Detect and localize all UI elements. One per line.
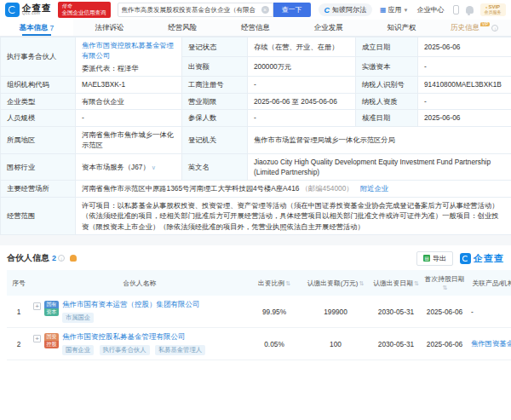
col-first-date[interactable]: 首次持股日期⇅ [421,270,468,296]
address-cell: 河南省焦作市示范区中原路1365号河南理工大学科技园4号楼A座A416 （邮编4… [76,181,511,197]
first-date-value: 2025-06-06 [421,296,468,328]
field-label: 纳税人识别号 [356,77,418,93]
exec-partner-cell: 焦作市国资控股私募基金管理有限公司 委派代表：程泽华 [76,37,182,77]
field-value: MAEL3BXK-1 [76,77,182,93]
partners-title: 合伙人信息 [7,252,49,264]
exec-partner-company-link[interactable]: 焦作市国资控股私募基金管理有限公司 [82,41,174,60]
field-value: 2025-06-06 至 2045-06-06 [248,93,356,109]
field-label: 企业类型 [1,93,76,109]
mobile-app-icon[interactable] [453,5,459,14]
ratio-value: 0.05% [249,328,300,360]
tab-risk[interactable]: 经营风险 [146,20,219,36]
enterprise-center-link[interactable]: 企业中心 [417,5,445,14]
top-bar: 企查查 Qcc.com 传奇 全国企业信用查询 焦作市高质发展股权投资基金合伙企… [0,0,511,20]
field-label: 实缴资本 [356,57,418,77]
company-tag: 市属国企 [62,313,94,323]
field-value: 2025-06-06 [418,37,511,57]
tab-history[interactable]: 历史信息 VIP i [438,20,511,36]
section-tabs: 基本信息 7 法律诉讼 经营风险 经营信息 企业发展 知识产权 历史信息 VIP… [0,20,511,37]
field-value: 存续（在营、开业、在册） [248,37,356,57]
clear-icon[interactable]: × [261,6,269,14]
tab-ip[interactable]: 知识产权 [365,20,439,36]
col-amount[interactable]: 认缴出资额(万元)⇅ [300,270,371,296]
field-label: 登记状态 [182,37,248,57]
amount-value: 100 [300,328,371,360]
qcc-watermark: 企查查 [460,252,504,265]
nearby-companies-link[interactable]: 附近企业 [360,184,388,193]
company-tag: 私募基金管理人 [155,345,205,355]
sort-icon[interactable]: ⇅ [285,280,290,286]
business-scope: 许可项目：以私募基金从事股权投资、投资管理、资产管理等活动（须在中国证券投资基金… [76,197,511,234]
partner-company-link[interactable]: 焦作市国有资本运营（控股）集团有限公司 [62,300,200,308]
first-date-value: 2025-06-06 [421,328,468,360]
state-holding-badge: 国资 控股 [44,333,59,348]
tab-basic-info[interactable]: 基本信息 7 [0,20,73,36]
export-button[interactable]: ▤ 导出 [416,251,453,266]
section-divider [0,235,511,245]
tab-operation[interactable]: 经营信息 [219,20,292,36]
field-value: 河南省焦作市焦作城乡一体化示范区 [76,126,182,153]
field-label: 人员规模 [1,110,76,126]
expand-plus-icon[interactable]: + [33,302,41,310]
credit-query-badge: 传奇 全国企业信用查询 [58,2,111,17]
field-label: 出资额 [182,57,248,77]
field-label: 执行事务合伙人 [1,37,76,77]
sort-icon[interactable]: ⇅ [414,280,419,286]
partners-count: 2 [52,254,56,262]
row-no: 2 [7,328,31,360]
partners-header: 合伙人信息 2 i ▤ 导出 企查查 [7,250,504,267]
partner-company-link[interactable]: 焦作市国资控股私募基金管理有限公司 [62,332,186,341]
field-label: 参保人数 [182,110,248,126]
zhibi-alpha-link[interactable]: C 知彼阿尔法 [319,3,373,16]
postal-code: （邮编454000） [301,184,353,193]
field-label: 主要经营场所 [1,181,76,197]
alpha-icon: C [324,6,330,14]
col-ratio[interactable]: 出资比例⇅ [249,270,300,296]
col-subscribe-date[interactable]: 认缴出资日期⇅ [371,270,421,296]
basic-info-table: 执行事务合伙人 焦作市国资控股私募基金管理有限公司 委派代表：程泽华 登记状态 … [0,37,511,235]
brand-domain: Qcc.com [22,12,52,16]
expand-plus-icon[interactable]: + [33,335,41,342]
info-icon: i [491,25,498,32]
info-icon: i [58,255,65,262]
chevron-down-icon: ∨ [152,164,156,170]
company-tag: 执行事务合伙人 [100,345,150,355]
related-fund-link[interactable]: 焦作国资基金 [471,339,511,348]
svip-member-button[interactable]: SVIP 会员服务 [480,3,506,15]
state-owned-capital-badge: 国有 资本 [44,301,59,316]
field-label: 国标行业 [1,153,76,181]
related-product: - [468,296,511,328]
field-value: 91410800MAEL3BXK1B [418,77,511,93]
field-value: Jiaozuo City High Quality Development Eq… [248,153,511,181]
industry-cell[interactable]: 资本市场服务（J67）∨ [76,153,182,181]
search-button[interactable]: 查一下 [273,3,311,17]
apps-menu[interactable]: ▦ 应用 ▼ [380,5,409,14]
field-value: - [248,77,356,93]
grid-icon: ▦ [380,6,387,14]
excel-icon: ▤ [423,255,430,262]
alert-bell-icon[interactable] [70,255,77,262]
qcc-logo[interactable]: 企查查 Qcc.com 传奇 全国企业信用查询 [5,2,111,17]
field-label: 英文名 [182,153,248,181]
partners-section: 合伙人信息 2 i ▤ 导出 企查查 序号 合伙人名称 出资比例⇅ 认缴出资额(… [0,245,511,360]
ratio-value: 99.95% [249,296,300,328]
field-label: 登记机关 [182,126,248,153]
table-header-row: 序号 合伙人名称 出资比例⇅ 认缴出资额(万元)⇅ 认缴出资日期⇅ 首次持股日期… [7,270,511,296]
field-label: 所属地区 [1,126,76,153]
col-no: 序号 [7,270,31,296]
tab-legal[interactable]: 法律诉讼 [73,20,146,36]
field-value: 2025-06-06 [418,110,511,126]
search-input[interactable]: 焦作市高质发展股权投资基金合伙企业（有限合 × [118,3,273,17]
table-row: 1 + 国有 资本 焦作市国有资本运营（控股）集团有限公司 市属国企 [7,296,511,328]
notification-bell-icon[interactable] [466,6,474,14]
field-label: 组织机构代码 [1,77,76,93]
address-text: 河南省焦作市示范区中原路1365号河南理工大学科技园4号楼A座A416 [82,184,299,193]
field-label: 核准日期 [356,110,418,126]
sort-icon[interactable]: ⇅ [359,280,364,286]
chevron-down-icon: ▼ [404,8,409,13]
tab-development[interactable]: 企业发展 [292,20,365,36]
subscribe-date-value: 2030-05-31 [371,328,421,360]
sort-icon[interactable]: ⇅ [443,285,448,291]
col-name: 合伙人名称 [31,270,249,296]
qcc-watermark-icon [460,253,471,264]
